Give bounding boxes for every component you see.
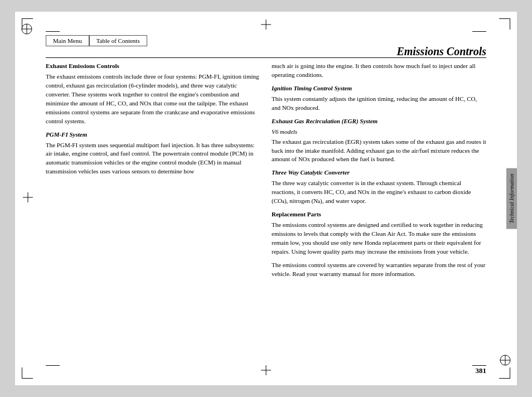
right-column: much air is going into the engine. It th…: [272, 62, 486, 357]
main-menu-button[interactable]: Main Menu: [46, 35, 89, 46]
ignition-heading: Ignition Timing Control System: [272, 84, 486, 93]
egr-body: The exhaust gas recirculation (EGR) syst…: [272, 138, 486, 164]
h-line-top-right: [472, 31, 486, 32]
toc-button[interactable]: Table of Contents: [89, 35, 147, 46]
page: Main Menu Table of Contents Emissions Co…: [15, 12, 517, 385]
crosshair-left-center: [23, 192, 33, 202]
catalytic-body: The three way catalytic converter is in …: [272, 179, 486, 206]
left-column: Exhaust Emissions Controls The exhaust e…: [46, 62, 260, 357]
nav-bar: Main Menu Table of Contents: [46, 35, 147, 46]
h-line-bottom-left: [46, 365, 60, 366]
page-number: 381: [476, 366, 487, 375]
egr-subheading: V6 models: [272, 128, 486, 137]
h-line-top-left: [46, 31, 60, 32]
page-title: Emissions Controls: [396, 45, 486, 58]
corner-mark-bottom-left: [22, 367, 33, 379]
sidebar-tab: Technical Information: [506, 168, 517, 229]
pgm-heading: PGM-FI System: [46, 130, 260, 139]
replacement-heading: Replacement Parts: [272, 210, 486, 219]
ignition-body: This system constantly adjusts the ignit…: [272, 95, 486, 113]
main-content: Exhaust Emissions Controls The exhaust e…: [46, 62, 486, 357]
crosshair-bottom-center: [261, 365, 271, 375]
replacement-body2: The emissions control systems are covere…: [272, 261, 486, 279]
right-intro: much air is going into the engine. It th…: [272, 62, 486, 80]
exhaust-body: The exhaust emissions controls include t…: [46, 72, 260, 126]
circle-crosshair-top-left: [21, 23, 33, 35]
circle-crosshair-bottom-right: [499, 354, 511, 366]
top-rule: [46, 57, 486, 58]
h-line-bottom-right: [472, 365, 486, 366]
exhaust-heading: Exhaust Emissions Controls: [46, 62, 260, 71]
crosshair-top-center: [261, 20, 271, 30]
catalytic-heading: Three Way Catalytic Converter: [272, 168, 486, 177]
corner-mark-top-right: [499, 18, 510, 30]
egr-heading: Exhaust Gas Recirculation (EGR) System: [272, 117, 486, 126]
replacement-body1: The emissions control systems are design…: [272, 221, 486, 256]
corner-mark-bottom-right: [499, 367, 510, 379]
pgm-body: The PGM-FI system uses sequential multip…: [46, 141, 260, 177]
